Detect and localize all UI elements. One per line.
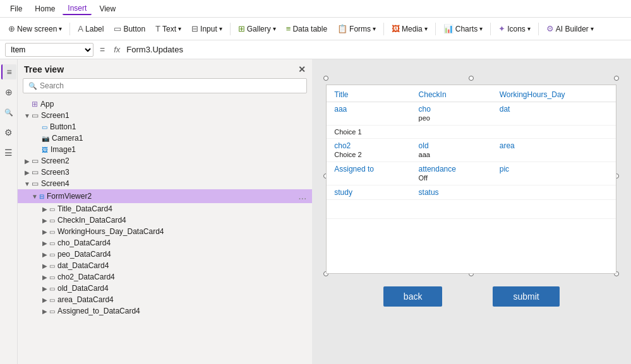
tree-item-title-datacard4[interactable]: ▶ ▭ Title_DataCard4: [18, 203, 312, 214]
variables-sidebar-icon[interactable]: ⚙: [1, 125, 16, 140]
row2-col3: area: [492, 139, 616, 162]
search-input[interactable]: [40, 81, 301, 90]
col-checkin: CheckIn: [411, 85, 492, 102]
formviewer2-icon: ⊟: [39, 193, 44, 200]
text-icon: T: [155, 24, 160, 33]
handle-topright[interactable]: [614, 76, 619, 81]
tree-label-screen1: Screen1: [41, 111, 309, 120]
equals-symbol: =: [97, 45, 107, 55]
tree-item-peo-datacard4[interactable]: ▶ ▭ peo_DataCard4: [18, 249, 312, 260]
treeview-sidebar-icon[interactable]: ≡: [1, 64, 16, 79]
text-button[interactable]: T Text ▾: [151, 22, 186, 35]
main-layout: ≡ ⊕ 🔍 ⚙ ☰ Tree view ✕ 🔍 ⊞ App ▼ ▭ Scre: [0, 59, 631, 364]
item-selector[interactable]: Item: [5, 43, 93, 57]
tree-label-image1: Image1: [51, 145, 309, 154]
ai-builder-button[interactable]: ⚙ AI Builder ▾: [542, 22, 598, 35]
menubar: File Home Insert View: [0, 0, 631, 18]
screen3-icon: ▭: [32, 168, 39, 177]
toolbar-divider-1: [69, 23, 70, 35]
tree-label-cho2-dc4: cho2_DataCard4: [57, 273, 309, 281]
tree-label-formviewer2: FormViewer2: [47, 192, 296, 201]
area-dc4-icon: ▭: [49, 296, 55, 303]
chevron-screen1: ▼: [23, 112, 32, 119]
form-wrapper: Title CheckIn WorkingHours_Day aaa chope…: [326, 78, 616, 274]
cho-dc4-icon: ▭: [49, 240, 55, 247]
row1-sub-col2: [411, 126, 492, 139]
tree-item-screen2[interactable]: ▶ ▭ Screen2: [18, 155, 312, 167]
tree-label-cho-dc4: cho_DataCard4: [57, 238, 309, 247]
sidebar-icon-strip: ≡ ⊕ 🔍 ⚙ ☰: [0, 59, 18, 364]
tree-item-formviewer2[interactable]: ▼ ⊟ FormViewer2 ...: [18, 189, 312, 203]
forms-icon: 📋: [337, 24, 347, 33]
search-sidebar-icon[interactable]: 🔍: [1, 105, 16, 120]
cho2-dc4-icon: ▭: [49, 274, 55, 281]
row1-col3: dat: [492, 102, 616, 126]
chevron-checkin-dc4: ▶: [40, 217, 49, 224]
table-row-empty: [327, 200, 616, 219]
icons-button[interactable]: ✦ Icons ▾: [494, 22, 535, 35]
menu-file[interactable]: File: [5, 3, 27, 15]
menu-sidebar-icon[interactable]: ☰: [1, 145, 16, 160]
tree-item-dat-datacard4[interactable]: ▶ ▭ dat_DataCard4: [18, 260, 312, 271]
formula-input[interactable]: [126, 45, 626, 54]
tree-item-cho2-datacard4[interactable]: ▶ ▭ cho2_DataCard4: [18, 271, 312, 283]
label-button[interactable]: A Label: [73, 22, 108, 35]
close-icon[interactable]: ✕: [298, 64, 306, 74]
tree-label-app: App: [40, 100, 309, 109]
menu-home[interactable]: Home: [30, 3, 60, 15]
tree-label-button1: Button1: [50, 122, 309, 131]
toolbar-divider-5: [490, 23, 491, 35]
tree-item-image1[interactable]: 🖼 Image1: [18, 144, 312, 155]
forms-button[interactable]: 📋 Forms ▾: [333, 22, 380, 35]
table-row: cho2Choice 2 oldaaa area: [327, 139, 616, 162]
handle-top[interactable]: [469, 76, 474, 81]
menu-insert[interactable]: Insert: [63, 3, 92, 15]
checkin-dc4-icon: ▭: [49, 217, 55, 224]
camera1-icon: 📷: [42, 135, 49, 142]
tree-item-old-datacard4[interactable]: ▶ ▭ old_DataCard4: [18, 283, 312, 294]
tree-label-screen2: Screen2: [41, 156, 309, 165]
row3-col1: Assigned to: [327, 162, 411, 185]
input-button[interactable]: ⊟ Input ▾: [187, 22, 227, 35]
chevron-assignedto-dc4: ▶: [40, 308, 49, 315]
button-button[interactable]: ▭ Button: [109, 22, 150, 35]
tree-label-checkin-dc4: CheckIn_DataCard4: [57, 216, 309, 225]
tree-item-camera1[interactable]: 📷 Camera1: [18, 132, 312, 144]
gallery-button[interactable]: ⊞ Gallery ▾: [234, 22, 280, 35]
submit-button[interactable]: submit: [493, 286, 559, 307]
image1-icon: 🖼: [42, 146, 48, 153]
menu-view[interactable]: View: [94, 3, 121, 15]
tree-items-list: ⊞ App ▼ ▭ Screen1 ▭ Button1 📷 Camera1: [18, 98, 312, 364]
tree-item-cho-datacard4[interactable]: ▶ ▭ cho_DataCard4: [18, 237, 312, 249]
search-icon: 🔍: [28, 82, 37, 90]
charts-button[interactable]: 📊 Charts ▾: [439, 22, 487, 35]
tree-item-screen1[interactable]: ▼ ▭ Screen1: [18, 110, 312, 121]
tree-item-screen3[interactable]: ▶ ▭ Screen3: [18, 167, 312, 178]
back-button[interactable]: back: [383, 286, 443, 307]
toolbar-divider-2: [230, 23, 231, 35]
chevron-dat-dc4: ▶: [40, 262, 49, 269]
data-table-button[interactable]: ≡ Data table: [282, 22, 332, 35]
tree-item-screen4[interactable]: ▼ ▭ Screen4: [18, 178, 312, 189]
tree-item-checkin-datacard4[interactable]: ▶ ▭ CheckIn_DataCard4: [18, 214, 312, 226]
tree-item-assignedto-datacard4[interactable]: ▶ ▭ Assigned_to_DataCard4: [18, 305, 312, 317]
table-row: Assigned to attendanceOff pic: [327, 162, 616, 185]
add-sidebar-icon[interactable]: ⊕: [1, 85, 16, 100]
screen2-icon: ▭: [32, 156, 39, 165]
tree-label-screen4: Screen4: [41, 179, 309, 188]
data-table-icon: ≡: [286, 24, 291, 33]
new-screen-button[interactable]: ⊕ New screen ▾: [4, 22, 66, 35]
title-dc4-icon: ▭: [49, 206, 55, 213]
tree-item-button1[interactable]: ▭ Button1: [18, 121, 312, 132]
treeview-header: Tree view ✕: [18, 59, 312, 78]
chevron-cho2-dc4: ▶: [40, 274, 49, 281]
handle-topleft[interactable]: [323, 76, 328, 81]
tree-item-app[interactable]: ⊞ App: [18, 98, 312, 110]
row2-col2: oldaaa: [411, 139, 492, 162]
row2-col1: cho2Choice 2: [327, 139, 411, 162]
tree-item-area-datacard4[interactable]: ▶ ▭ area_DataCard4: [18, 294, 312, 305]
tree-item-workinghours-datacard4[interactable]: ▶ ▭ WorkingHours_Day_DataCard4: [18, 226, 312, 237]
media-button[interactable]: 🖼 Media ▾: [387, 22, 432, 35]
treeview-panel: Tree view ✕ 🔍 ⊞ App ▼ ▭ Screen1 ▭ But: [18, 59, 312, 364]
more-options-icon[interactable]: ...: [296, 191, 309, 202]
